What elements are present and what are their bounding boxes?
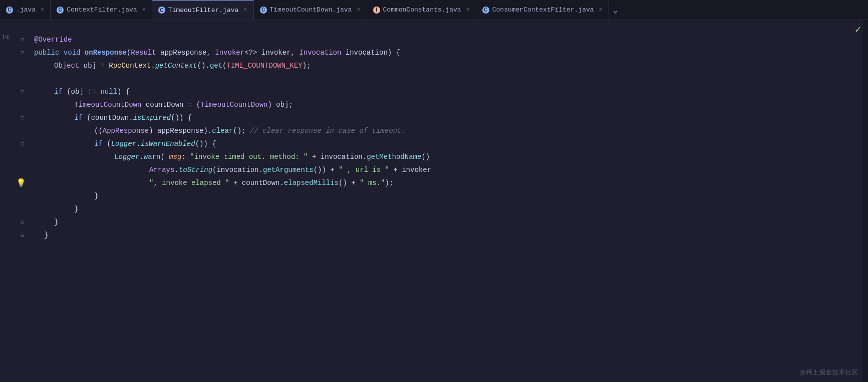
gutter-row-arrays <box>0 163 26 176</box>
fold-icon-7[interactable]: ⊟ <box>19 232 26 239</box>
gutter-row-method: ⊟ <box>0 46 26 59</box>
gutter-row-1 <box>0 20 26 33</box>
fold-icon-3[interactable]: ⊟ <box>19 88 26 96</box>
tab-label-java: .java <box>16 6 36 14</box>
tab-close-java[interactable]: × <box>41 7 44 14</box>
close-brace-2: } <box>74 205 78 213</box>
gutter-row-elapsed: 💡 <box>0 176 26 189</box>
tab-common-constants[interactable]: I CommonConstants.java × <box>367 0 476 20</box>
code-line-spacer <box>30 20 863 33</box>
tab-consumer-context-filter[interactable]: C ConsumerContextFilter.java × <box>476 0 609 20</box>
tab-icon-context-filter: C <box>57 7 64 14</box>
fold-icon-6[interactable]: ⊟ <box>19 219 26 226</box>
tab-label-context-filter: ContextFilter.java <box>67 6 137 14</box>
code-line-method-sig: public void onResponse ( Result appRespo… <box>30 46 863 59</box>
tab-timeout-countdown[interactable]: C TimeoutCountDown.java × <box>254 0 367 20</box>
fold-icon-5[interactable]: ⊟ <box>19 140 26 148</box>
gutter-row-countdown <box>0 98 26 111</box>
tab-label-common-constants: CommonConstants.java <box>383 6 461 14</box>
code-line-close3: } <box>30 216 863 229</box>
code-line-obj: Object obj = RpcContext . getContext ().… <box>30 59 863 72</box>
vertical-scrollbar[interactable] <box>863 20 868 382</box>
tab-icon-common-constants: I <box>373 7 380 14</box>
code-line-arrays: Arrays . toString (invocation. getArgume… <box>30 163 863 176</box>
fold-icon-4[interactable]: ⊟ <box>19 114 26 122</box>
close-brace-1: } <box>94 192 98 200</box>
tab-label-timeout-filter: TimeoutFilter.java <box>168 7 238 14</box>
tab-icon-consumer-context-filter: C <box>482 7 489 14</box>
fold-icon-1[interactable]: ⊟ <box>19 36 26 44</box>
gutter-row-warn1 <box>0 150 26 163</box>
code-line-if1: if (obj != null ) { <box>30 85 863 98</box>
gutter-row-if3: ⊟ <box>0 137 26 150</box>
tab-label-consumer-context-filter: ConsumerContextFilter.java <box>492 6 594 14</box>
fold-icon-2[interactable]: ⊟ <box>19 49 26 57</box>
tab-more-button[interactable]: ⌄ <box>609 0 622 20</box>
close-brace-4: } <box>44 231 48 239</box>
gutter-row-close1 <box>0 189 26 203</box>
code-line-if3: if ( Logger . isWarnEnabled ()) { <box>30 137 863 150</box>
arrow-up-indicator: ↑① <box>1 33 10 41</box>
tab-close-timeout-countdown[interactable]: × <box>357 7 360 14</box>
code-line-blank1 <box>30 72 863 85</box>
code-line-if2: if ( countDown. isExpired ()) { <box>30 111 863 124</box>
tab-context-filter[interactable]: C ContextFilter.java × <box>51 0 152 20</box>
code-area: ↑① ⊟ ⊟ ⊟ ⊟ ⊟ <box>0 20 868 382</box>
method-name: onResponse <box>85 49 127 57</box>
tab-label-timeout-countdown: TimeoutCountDown.java <box>270 6 352 14</box>
tab-close-common-constants[interactable]: × <box>466 7 470 14</box>
annotation-override: @Override <box>34 36 72 44</box>
gutter: ↑① ⊟ ⊟ ⊟ ⊟ ⊟ <box>0 20 30 382</box>
tab-bar: C .java × C ContextFilter.java × C Timeo… <box>0 0 868 20</box>
tab-icon-timeout-countdown: C <box>260 7 267 14</box>
gutter-row-close2 <box>0 203 26 216</box>
tab-close-consumer-context-filter[interactable]: × <box>599 7 603 14</box>
kw-void: void <box>64 49 81 57</box>
code-line-close2: } <box>30 203 863 216</box>
bulb-icon[interactable]: 💡 <box>16 178 26 188</box>
code-line-close1: } <box>30 189 863 203</box>
gutter-row-if1: ⊟ <box>0 85 26 98</box>
gutter-row-if2: ⊟ <box>0 111 26 124</box>
code-line-clear: (( AppResponse ) appResponse). clear ();… <box>30 124 863 137</box>
code-line-countdown: TimeoutCountDown countDown = ( TimeoutCo… <box>30 98 863 111</box>
check-mark: ✓ <box>855 23 861 36</box>
code-content: @Override public void onResponse ( Resul… <box>30 20 863 382</box>
gutter-row-clear <box>0 124 26 137</box>
code-line-override: @Override <box>30 33 863 46</box>
gutter-row-close3: ⊟ <box>0 216 26 229</box>
tab-close-context-filter[interactable]: × <box>142 7 146 14</box>
tab-timeout-filter[interactable]: C TimeoutFilter.java × <box>152 0 254 20</box>
kw-public: public <box>34 49 59 57</box>
tab-icon-timeout-filter: C <box>158 7 165 14</box>
code-line-elapsed: ", invoke elapsed " + countDown. elapsed… <box>30 176 863 189</box>
gutter-row-obj <box>0 59 26 72</box>
watermark: @稀土掘金技术社区 <box>799 368 858 377</box>
close-brace-3: } <box>54 218 58 226</box>
gutter-row-blank <box>0 72 26 85</box>
tab-java[interactable]: C .java × <box>0 0 51 20</box>
tab-icon-java: C <box>6 7 13 14</box>
tab-close-timeout-filter[interactable]: × <box>243 7 247 14</box>
code-line-warn1: Logger . warn ( msg : "invoke timed out.… <box>30 150 863 163</box>
code-line-close4: } <box>30 229 863 242</box>
gutter-row-close4: ⊟ <box>0 229 26 242</box>
